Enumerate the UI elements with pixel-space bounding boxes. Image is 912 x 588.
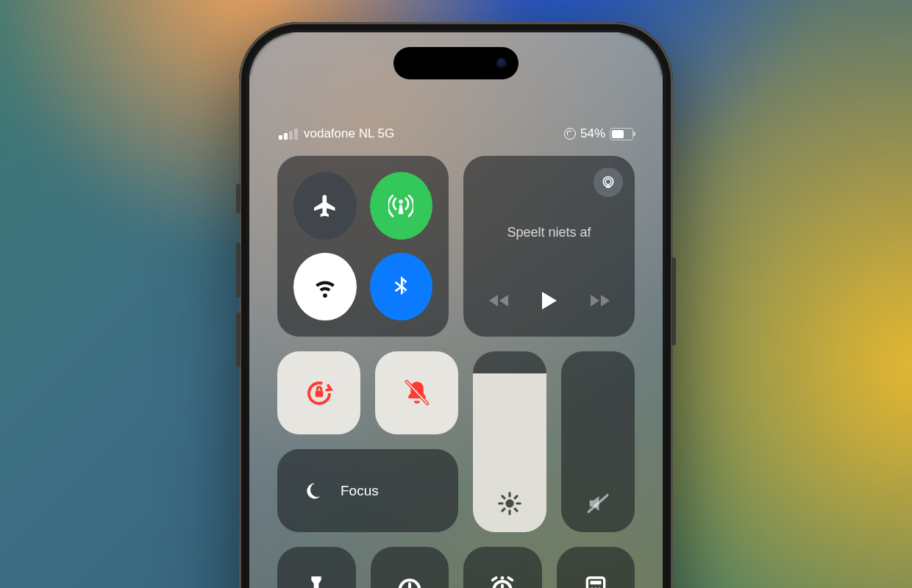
flashlight-icon: [302, 574, 331, 589]
airplay-button[interactable]: [594, 168, 623, 197]
screen: vodafone NL 5G 54%: [249, 32, 663, 588]
alarm-button[interactable]: [463, 547, 542, 588]
battery-icon: [610, 128, 633, 140]
media-play-button[interactable]: [541, 291, 558, 313]
connectivity-group[interactable]: [277, 156, 449, 337]
volume-up-button: [236, 243, 241, 298]
brightness-icon: [497, 491, 522, 516]
wifi-icon: [313, 274, 338, 299]
wifi-toggle[interactable]: [293, 253, 357, 320]
cellular-data-toggle[interactable]: [370, 172, 433, 240]
antenna-icon: [388, 193, 413, 218]
calculator-icon: [581, 574, 610, 589]
airplay-icon: [601, 175, 616, 190]
dynamic-island: [393, 47, 519, 79]
svg-line-11: [502, 496, 505, 498]
svg-line-13: [502, 509, 505, 511]
media-next-button[interactable]: [589, 293, 610, 311]
bell-off-icon: [402, 378, 432, 409]
svg-line-12: [515, 509, 517, 511]
volume-slider[interactable]: [561, 351, 635, 532]
rotation-lock-status-icon: [564, 128, 576, 140]
control-center: Speelt niets af: [277, 156, 635, 588]
alarm-clock-icon: [488, 574, 517, 589]
volume-mute-icon: [585, 491, 610, 516]
battery-percent-label: 54%: [580, 126, 605, 141]
media-playback-group[interactable]: Speelt niets af: [463, 156, 635, 337]
timer-button[interactable]: [371, 547, 449, 588]
focus-toggle[interactable]: Focus: [277, 449, 458, 532]
svg-rect-24: [590, 581, 601, 584]
svg-point-1: [605, 179, 611, 184]
rotation-lock-icon: [304, 378, 335, 409]
status-bar: vodafone NL 5G 54%: [279, 126, 633, 141]
phone-frame: vodafone NL 5G 54%: [239, 22, 673, 588]
media-previous-button[interactable]: [489, 293, 510, 311]
svg-point-22: [501, 576, 505, 580]
silent-mode-toggle[interactable]: [375, 351, 458, 434]
bluetooth-toggle[interactable]: [370, 253, 433, 320]
bluetooth-icon: [388, 274, 413, 299]
flashlight-button[interactable]: [277, 547, 356, 588]
svg-line-20: [493, 578, 496, 580]
brightness-slider[interactable]: [473, 351, 546, 532]
svg-point-6: [505, 499, 513, 507]
moon-icon: [296, 475, 329, 507]
cellular-signal-icon: [279, 129, 298, 140]
svg-line-14: [515, 496, 517, 498]
airplane-icon: [313, 193, 338, 218]
volume-down-button: [236, 312, 241, 368]
svg-line-21: [509, 578, 513, 580]
calculator-button[interactable]: [557, 547, 635, 588]
focus-label: Focus: [341, 483, 379, 499]
rotation-lock-toggle[interactable]: [277, 351, 360, 434]
side-button: [671, 257, 676, 345]
svg-rect-3: [315, 390, 323, 397]
timer-icon: [395, 574, 424, 589]
carrier-label: vodafone NL 5G: [304, 126, 394, 141]
airplane-mode-toggle[interactable]: [293, 172, 357, 240]
ringer-switch: [236, 184, 241, 213]
now-playing-label: Speelt niets af: [480, 225, 619, 240]
